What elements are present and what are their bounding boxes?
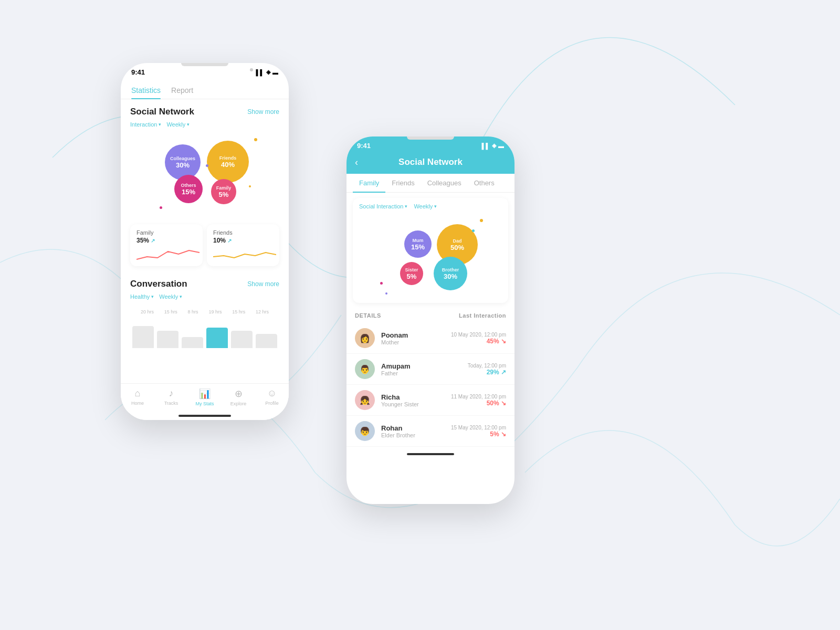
graph-friends-value: 10% ↗: [213, 237, 273, 244]
signal-icon: ▌▌: [256, 69, 264, 76]
p2-filters: Social Interaction Weekly: [359, 203, 502, 209]
social-network-bubbles: Friends 40% Colleagues 30% Others 15% Fa…: [128, 133, 281, 217]
p2-dot3: [385, 292, 387, 295]
bar-4-active: [206, 328, 228, 348]
person-name-rohan: Rohan: [381, 424, 445, 432]
graph-cards-row: Family 35% ↗ Friends 10% ↗: [130, 224, 279, 266]
p2-bubble-container: Social Interaction Weekly Dad 50% Mum 15…: [353, 198, 508, 303]
nav-profile-label: Profile: [265, 401, 279, 406]
details-label: DETAILS: [355, 312, 381, 319]
tab-friends[interactable]: Friends: [385, 174, 421, 192]
filter-interaction[interactable]: Interaction: [130, 121, 161, 128]
tracks-icon: ♪: [169, 388, 174, 399]
profile-icon: ☺: [267, 388, 277, 399]
nav-explore-label: Explore: [230, 401, 247, 406]
person-name-amupam: Amupam: [381, 362, 461, 370]
filter-weekly-p2[interactable]: Weekly: [414, 203, 437, 209]
person-role-amupam: Father: [381, 370, 461, 376]
bubble-friends: Friends 40%: [207, 141, 249, 183]
p2-dot2: [472, 229, 475, 232]
time-phone1: 9:41: [131, 68, 145, 76]
p2-tabs: Family Friends Colleagues Others: [346, 174, 514, 193]
person-info-rohan: Rohan Elder Brother: [381, 424, 445, 438]
interaction-date-amupam: Today, 12:00 pm: [468, 363, 506, 369]
dot1: [254, 138, 257, 141]
dot3: [249, 185, 251, 187]
notch: [181, 63, 228, 66]
interaction-date-richa: 11 May 2020, 12:00 pm: [451, 394, 506, 400]
social-network-filters: Interaction Weekly: [130, 121, 279, 128]
person-info-amupam: Amupam Father: [381, 362, 461, 376]
conversation-title: Conversation: [130, 279, 187, 289]
nav-home[interactable]: ⌂ Home: [121, 388, 154, 406]
social-network-header: Social Network Show more: [130, 107, 279, 117]
bar-2: [157, 331, 178, 348]
person-row-rohan[interactable]: 👦 Rohan Elder Brother 15 May 2020, 12:00…: [346, 416, 514, 447]
p2-dot1: [480, 219, 483, 222]
p2-home-bar: [407, 453, 454, 455]
nav-profile[interactable]: ☺ Profile: [255, 388, 289, 406]
person-interaction-poonam: 10 May 2020, 12:00 pm 45% ↘: [451, 332, 506, 345]
tab-family[interactable]: Family: [353, 174, 385, 192]
graph-card-friends: Friends 10% ↗: [207, 224, 279, 266]
avatar-poonam: 👩: [355, 328, 375, 348]
person-interaction-rohan: 15 May 2020, 12:00 pm 5% ↘: [451, 425, 506, 438]
graph-friends-label: Friends: [213, 229, 273, 236]
nav-explore[interactable]: ⊕ Explore: [222, 388, 255, 406]
tab-others[interactable]: Others: [468, 174, 501, 192]
tab-statistics[interactable]: Statistics: [131, 83, 161, 99]
p2-dot4: [380, 282, 383, 285]
p2-home-bar-container: [346, 447, 514, 459]
battery-icon-p2: ▬: [498, 143, 504, 149]
interaction-date-rohan: 15 May 2020, 12:00 pm: [451, 425, 506, 430]
person-row-poonam[interactable]: 👩 Poonam Mother 10 May 2020, 12:00 pm 45…: [346, 323, 514, 354]
person-info-poonam: Poonam Mother: [381, 331, 445, 345]
conversation-section: Conversation Show more Healthy Weekly: [121, 271, 289, 309]
person-role-poonam: Mother: [381, 339, 445, 345]
bubble-family: Family 5%: [211, 179, 236, 204]
interaction-date-poonam: 10 May 2020, 12:00 pm: [451, 332, 506, 338]
conversation-show-more[interactable]: Show more: [247, 280, 279, 288]
person-row-richa[interactable]: 👧 Richa Younger Sister 11 May 2020, 12:0…: [346, 385, 514, 416]
nav-home-label: Home: [131, 401, 144, 406]
bar-1: [132, 326, 154, 348]
status-icons-phone1: ▌▌ ◈ ▬: [256, 69, 278, 76]
avatar-richa: 👧: [355, 390, 375, 410]
status-icons-phone2: ▌▌ ◈ ▬: [481, 142, 504, 149]
avatar-amupam: 👨: [355, 359, 375, 379]
conversation-filters: Healthy Weekly: [130, 293, 279, 300]
tab-colleagues[interactable]: Colleagues: [421, 174, 468, 192]
back-button[interactable]: ‹: [355, 157, 358, 168]
filter-social-interaction[interactable]: Social Interaction: [359, 203, 407, 209]
nav-tracks[interactable]: ♪ Tracks: [154, 388, 188, 406]
details-header: DETAILS Last Interaction: [346, 308, 514, 323]
filter-weekly-conv[interactable]: Weekly: [159, 293, 182, 300]
tab-report[interactable]: Report: [171, 83, 193, 99]
person-name-poonam: Poonam: [381, 331, 445, 339]
bar-6: [256, 334, 277, 348]
filter-weekly[interactable]: Weekly: [166, 121, 190, 128]
nav-mystats[interactable]: 📊 My Stats: [188, 388, 222, 406]
person-interaction-richa: 11 May 2020, 12:00 pm 50% ↘: [451, 394, 506, 407]
bar-chart-area: 20 hrs 15 hrs 8 hrs 19 hrs 15 hrs 12 hrs: [121, 309, 289, 348]
filter-healthy[interactable]: Healthy: [130, 293, 154, 300]
graph-family-value: 35% ↗: [136, 237, 196, 244]
social-network-title: Social Network: [130, 107, 194, 117]
avatar-rohan: 👦: [355, 421, 375, 441]
person-row-amupam[interactable]: 👨 Amupam Father Today, 12:00 pm 29% ↗: [346, 354, 514, 385]
person-name-richa: Richa: [381, 393, 445, 401]
social-network-section: Social Network Show more Interaction Wee…: [121, 99, 289, 221]
interaction-pct-rohan: 5% ↘: [451, 430, 506, 438]
signal-icon-p2: ▌▌: [481, 143, 490, 149]
notch-p2: [407, 136, 454, 140]
phone1-tabs: Statistics Report: [121, 79, 289, 99]
p2-bubbles: Dad 50% Mum 15% Brother 30% Sister 5%: [359, 214, 502, 298]
nav-tracks-label: Tracks: [164, 401, 178, 406]
social-network-show-more[interactable]: Show more: [247, 108, 279, 116]
wifi-icon-p2: ◈: [492, 142, 496, 149]
time-phone2: 9:41: [357, 142, 371, 150]
home-icon: ⌂: [135, 388, 141, 399]
family-chart: [136, 246, 200, 262]
mystats-icon: 📊: [199, 388, 211, 400]
conversation-header: Conversation Show more: [130, 279, 279, 289]
